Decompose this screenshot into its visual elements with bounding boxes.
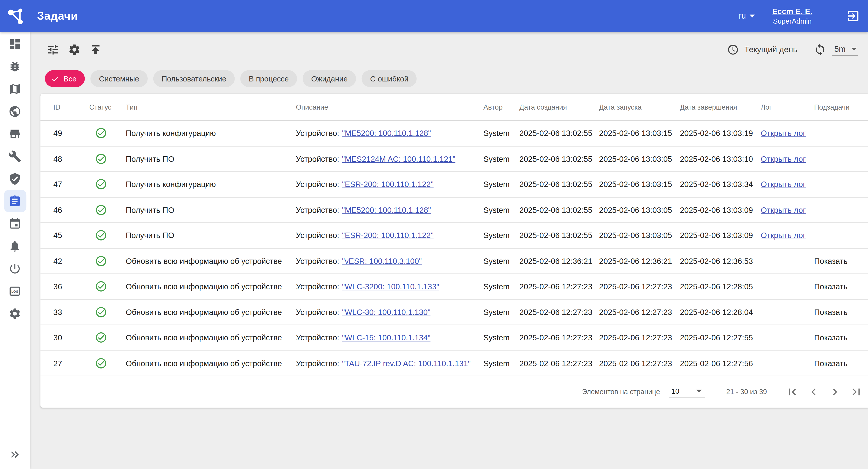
- language-value: ru: [739, 11, 746, 21]
- device-label: Устройство:: [296, 231, 339, 240]
- device-link[interactable]: "WLC-15: 100.110.1.134": [342, 333, 431, 342]
- device-link[interactable]: "vESR: 100.110.3.100": [342, 256, 422, 265]
- subtasks-toggle[interactable]: Показать: [814, 359, 847, 368]
- task-finished: 2025-02-06 13:03:19: [680, 129, 761, 138]
- task-type: Получить ПО: [126, 205, 296, 214]
- chip-in-progress[interactable]: В процессе: [240, 70, 297, 87]
- open-log-link[interactable]: Открыть лог: [761, 154, 806, 163]
- device-link[interactable]: "MES2124M AC: 100.110.1.121": [342, 154, 456, 163]
- tasks-table-card: ID Статус Тип Описание Автор Дата создан…: [40, 94, 868, 407]
- logout-button[interactable]: [846, 9, 860, 23]
- task-started: 2025-02-06 12:36:21: [599, 256, 680, 265]
- app-bar: Задачи ru Eccm E. E. SuperAdmin: [0, 0, 868, 32]
- task-description: Устройство:"ME5200: 100.110.1.128": [296, 129, 484, 138]
- task-author: System: [484, 180, 519, 189]
- chip-label: Ожидание: [311, 74, 348, 83]
- col-status: Статус: [89, 103, 126, 111]
- app-root: Задачи ru Eccm E. E. SuperAdmin: [0, 0, 868, 469]
- sidebar-item-syslog[interactable]: LOG: [4, 280, 26, 302]
- task-status-cell: [89, 332, 126, 344]
- device-link[interactable]: "ME5200: 100.110.1.128": [342, 205, 431, 214]
- refresh-button[interactable]: [813, 43, 827, 56]
- device-label: Устройство:: [296, 129, 339, 138]
- prev-page-button[interactable]: [803, 381, 824, 403]
- language-select[interactable]: ru: [739, 11, 755, 21]
- task-author: System: [484, 205, 519, 214]
- task-type: Получить ПО: [126, 231, 296, 240]
- table-settings-button[interactable]: [67, 43, 81, 56]
- per-page-select[interactable]: 10: [669, 386, 705, 398]
- sidebar-expand-button[interactable]: [4, 443, 26, 466]
- tasks-icon: [8, 195, 21, 208]
- task-started: 2025-02-06 13:03:05: [599, 154, 680, 163]
- filter-icon: [46, 43, 59, 56]
- sidebar-item-tasks[interactable]: [4, 190, 26, 212]
- task-status-cell: [89, 306, 126, 318]
- device-link[interactable]: "WLC-30: 100.110.1.130": [342, 308, 431, 317]
- next-page-button[interactable]: [824, 381, 845, 403]
- device-label: Устройство:: [296, 359, 339, 368]
- chip-error[interactable]: С ошибкой: [362, 70, 417, 87]
- open-log-link[interactable]: Открыть лог: [761, 129, 806, 138]
- task-author: System: [484, 282, 519, 291]
- table-row: 45 Получить ПО Устройство:"ESR-200: 100.…: [40, 223, 868, 248]
- device-link[interactable]: "TAU-72.IP rev.D AC: 100.110.1.131": [342, 359, 471, 368]
- task-created: 2025-02-06 13:02:55: [519, 180, 599, 189]
- sidebar-item-dashboard[interactable]: [4, 33, 26, 55]
- refresh-icon: [813, 43, 826, 56]
- chip-user[interactable]: Пользовательские: [153, 70, 235, 87]
- device-link[interactable]: "WLC-3200: 100.110.1.133": [342, 282, 439, 291]
- chip-all[interactable]: Все: [45, 70, 85, 87]
- subtasks-toggle[interactable]: Показать: [814, 308, 847, 317]
- last-page-button[interactable]: [845, 381, 867, 403]
- device-label: Устройство:: [296, 205, 339, 214]
- last-page-icon: [849, 385, 863, 399]
- task-started: 2025-02-06 12:27:23: [599, 359, 680, 368]
- success-status-icon: [95, 306, 107, 318]
- task-type: Обновить всю информацию об устройстве: [126, 333, 296, 342]
- date-range-filter[interactable]: Текущий день: [727, 43, 798, 55]
- page-range-label: 21 - 30 из 39: [726, 388, 767, 396]
- first-page-button[interactable]: [781, 381, 803, 403]
- sidebar-item-storage[interactable]: [4, 123, 26, 145]
- task-finished: 2025-02-06 12:27:55: [680, 333, 761, 342]
- filter-chips: Все Системные Пользовательские В процесс…: [30, 70, 868, 87]
- device-link[interactable]: "ESR-200: 100.110.1.122": [342, 180, 434, 189]
- chip-waiting[interactable]: Ожидание: [303, 70, 356, 87]
- sidebar-item-settings[interactable]: [4, 302, 26, 324]
- task-created: 2025-02-06 12:27:23: [519, 359, 599, 368]
- open-log-link[interactable]: Открыть лог: [761, 205, 806, 214]
- sidebar-item-events[interactable]: [4, 212, 26, 234]
- subtasks-toggle[interactable]: Показать: [814, 256, 847, 265]
- task-started: 2025-02-06 13:03:15: [599, 129, 680, 138]
- chip-system[interactable]: Системные: [91, 70, 148, 87]
- table-row: 46 Получить ПО Устройство:"ME5200: 100.1…: [40, 197, 868, 223]
- subtasks-toggle[interactable]: Показать: [814, 282, 847, 291]
- map-icon: [8, 82, 21, 95]
- task-author: System: [484, 256, 519, 265]
- user-menu[interactable]: Eccm E. E. SuperAdmin: [772, 6, 812, 26]
- device-link[interactable]: "ESR-200: 100.110.1.122": [342, 231, 434, 240]
- sidebar-item-security[interactable]: [4, 167, 26, 190]
- sidebar-item-map[interactable]: [4, 77, 26, 100]
- upload-button[interactable]: [89, 43, 102, 56]
- sidebar-item-tools[interactable]: [4, 145, 26, 167]
- sidebar-item-incidents[interactable]: [4, 55, 26, 77]
- task-status-cell: [89, 178, 126, 190]
- device-link[interactable]: "ME5200: 100.110.1.128": [342, 129, 431, 138]
- table-header-row: ID Статус Тип Описание Автор Дата создан…: [40, 94, 868, 121]
- open-log-link[interactable]: Открыть лог: [761, 180, 806, 189]
- sidebar-item-network[interactable]: [4, 100, 26, 123]
- filter-button[interactable]: [46, 43, 59, 56]
- task-created: 2025-02-06 13:02:55: [519, 154, 599, 163]
- task-finished: 2025-02-06 13:03:09: [680, 205, 761, 214]
- task-id: 49: [53, 129, 89, 138]
- network-icon: [8, 105, 21, 118]
- open-log-link[interactable]: Открыть лог: [761, 231, 806, 240]
- sidebar-item-power[interactable]: [4, 257, 26, 280]
- task-id: 45: [53, 231, 89, 240]
- subtasks-toggle[interactable]: Показать: [814, 333, 847, 342]
- refresh-interval-select[interactable]: 5m: [832, 43, 858, 56]
- task-finished: 2025-02-06 12:36:53: [680, 256, 761, 265]
- sidebar-item-notifications[interactable]: [4, 234, 26, 257]
